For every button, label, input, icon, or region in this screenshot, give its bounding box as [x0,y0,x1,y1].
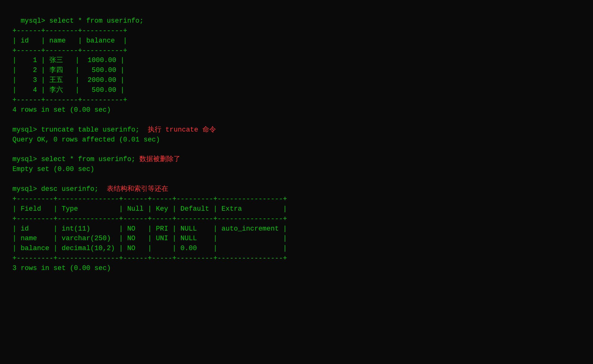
line-desc-border-3: +---------+---------------+------+-----+… [12,254,287,262]
line-table-border-2: +------+--------+----------+ [12,47,127,55]
line-desc-row-balance: | balance | decimal(10,2) | NO | | 0.00 … [12,245,287,252]
line-table-border-1: +------+--------+----------+ [12,27,127,35]
line-desc-header: | Field | Type | Null | Key | Default | … [12,205,287,213]
line-table-row-2: | 2 | 李四 | 500.00 | [12,66,124,74]
line-desc-row-id: | id | int(11) | NO | PRI | NULL | auto_… [12,225,287,233]
line-table-header: | id | name | balance | [12,37,127,45]
line-rows-count-2: 3 rows in set (0.00 sec) [12,264,111,272]
line-desc-cmd: mysql> desc userinfo; 表结构和索引等还在 [12,185,168,193]
terminal-output: mysql> select * from userinfo; +------+-… [12,6,581,273]
line-desc-row-name: | name | varchar(250) | NO | UNI | NULL … [12,235,287,242]
line-query-ok: Query OK, 0 rows affected (0.01 sec) [12,136,160,144]
line-table-row-1: | 1 | 张三 | 1000.00 | [12,56,124,64]
line-empty-set: Empty set (0.00 sec) [12,165,94,173]
line-table-border-3: +------+--------+----------+ [12,96,127,104]
line-rows-count-1: 4 rows in set (0.00 sec) [12,106,111,114]
line-select-cmd-2: mysql> select * from userinfo; 数据被删除了 [12,155,180,163]
line-desc-border-1: +---------+---------------+------+-----+… [12,195,287,203]
line-table-row-4: | 4 | 李六 | 500.00 | [12,86,124,94]
line-table-row-3: | 3 | 王五 | 2000.00 | [12,76,124,84]
line-select-cmd: mysql> select * from userinfo; [20,17,143,25]
line-truncate-cmd: mysql> truncate table userinfo; 执行 trunc… [12,126,216,134]
line-desc-border-2: +---------+---------------+------+-----+… [12,215,287,223]
